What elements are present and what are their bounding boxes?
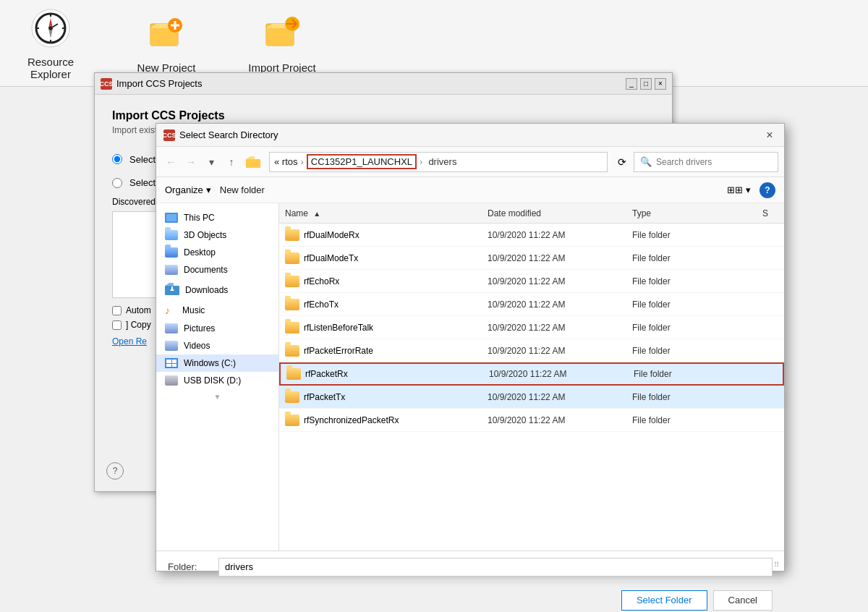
file-cell-name: rfDualModeRx	[285, 229, 488, 241]
toolbar-item-import-project[interactable]: Import Project	[246, 12, 318, 74]
file-cell-type: File folder	[632, 392, 762, 402]
search-icon: 🔍	[640, 156, 652, 167]
table-row-rfpacketrx[interactable]: rfPacketRx 10/9/2020 11:22 AM File folde…	[279, 362, 784, 386]
breadcrumb-rtos-text: « rtos	[274, 156, 298, 167]
organize-button[interactable]: Organize ▾	[165, 184, 211, 195]
folder-icon	[285, 299, 299, 310]
file-cell-name: rfEchoRx	[285, 276, 488, 287]
import-bg-titlebar: CCS Import CCS Projects _ □ ×	[95, 73, 672, 95]
cancel-button[interactable]: Cancel	[713, 590, 773, 611]
sidebar-label-windows-c: Windows (C:)	[184, 358, 236, 368]
folder-row: Folder:	[156, 551, 784, 582]
file-cell-name: rfListenBeforeTalk	[285, 322, 488, 333]
toolbar-item-new-project[interactable]: New Project	[130, 12, 203, 74]
ccs-logo-icon: CCS	[101, 78, 112, 90]
sidebar-item-usb-disk[interactable]: USB DISK (D:)	[156, 372, 278, 389]
sidebar-item-videos[interactable]: Videos	[156, 337, 278, 354]
table-row[interactable]: rfPacketErrorRate 10/9/2020 11:22 AM Fil…	[279, 339, 784, 362]
breadcrumb-launchxl-text: CC1352P1_LAUNCHXL	[311, 156, 412, 167]
dialog-close-button[interactable]: ×	[762, 128, 777, 143]
import-bg-titlebar-controls: _ □ ×	[626, 78, 666, 90]
nav-up-button[interactable]: ↑	[223, 153, 240, 171]
file-cell-date: 10/9/2020 11:22 AM	[488, 299, 632, 310]
folder-documents-icon	[165, 265, 178, 275]
svg-rect-16	[266, 28, 294, 46]
nav-refresh-button[interactable]: ⟳	[613, 153, 631, 171]
breadcrumb-rtos[interactable]: « rtos	[274, 156, 298, 167]
search-input[interactable]	[656, 157, 772, 167]
toolbar-item-resource-explorer[interactable]: Resource Explorer	[14, 7, 87, 80]
folder-3d-icon	[165, 230, 178, 240]
breadcrumb-launchxl[interactable]: CC1352P1_LAUNCHXL	[307, 154, 417, 169]
view-button[interactable]: ⊞⊞ ▾	[727, 184, 751, 195]
file-cell-date: 10/9/2020 11:22 AM	[488, 253, 632, 263]
folder-icon	[285, 391, 299, 403]
sidebar-label-this-pc: This PC	[184, 213, 215, 223]
nav-back-button[interactable]: ←	[162, 153, 179, 171]
folder-input[interactable]	[218, 558, 773, 577]
file-cell-type: File folder	[632, 346, 762, 356]
view-icon: ⊞⊞	[727, 184, 743, 195]
col-header-date[interactable]: Date modified	[488, 208, 632, 218]
sidebar-item-windows-c[interactable]: Windows (C:)	[156, 354, 278, 372]
table-row[interactable]: rfListenBeforeTalk 10/9/2020 11:22 AM Fi…	[279, 316, 784, 339]
table-row[interactable]: rfDualModeRx 10/9/2020 11:22 AM File fol…	[279, 224, 784, 247]
file-cell-name: rfEchoTx	[285, 299, 488, 310]
auto-checkbox[interactable]	[112, 306, 122, 315]
nav-forward-button[interactable]: →	[182, 153, 200, 171]
monitor-icon	[165, 213, 178, 223]
breadcrumb-drivers: drivers	[425, 156, 459, 167]
new-project-icon	[145, 12, 188, 56]
copy-label: ] Copy	[126, 320, 151, 330]
col-header-size[interactable]: S	[762, 208, 768, 218]
sidebar-item-this-pc[interactable]: This PC	[156, 209, 278, 226]
sidebar-item-desktop[interactable]: Desktop	[156, 244, 278, 261]
folder-icon	[286, 368, 301, 380]
sidebar-item-documents[interactable]: Documents	[156, 261, 278, 279]
sidebar-label-downloads: Downloads	[185, 285, 228, 295]
breadcrumb-container: « rtos › CC1352P1_LAUNCHXL › drivers	[269, 152, 608, 172]
search-box: 🔍	[634, 152, 778, 172]
nav-dropdown-button[interactable]: ▾	[203, 153, 220, 171]
file-cell-date: 10/9/2020 11:22 AM	[488, 392, 632, 402]
auto-label: Autom	[126, 305, 151, 315]
table-row[interactable]: rfEchoTx 10/9/2020 11:22 AM File folder	[279, 293, 784, 316]
file-cell-date: 10/9/2020 11:22 AM	[489, 369, 634, 379]
usb-disk-icon	[165, 375, 178, 386]
file-list-header: Name ▲ Date modified Type S	[279, 203, 784, 224]
sort-arrow-icon: ▲	[313, 210, 320, 218]
copy-checkbox[interactable]	[112, 320, 122, 330]
sidebar-item-3d-objects[interactable]: 3D Objects	[156, 226, 278, 244]
file-cell-type: File folder	[632, 253, 762, 263]
close-icon: ×	[655, 78, 666, 90]
resource-explorer-label: Resource Explorer	[27, 56, 74, 80]
organize-label: Organize	[165, 184, 203, 195]
col-header-name[interactable]: Name ▲	[285, 208, 488, 218]
col-header-type[interactable]: Type	[632, 208, 762, 218]
bg-help-button[interactable]: ?	[106, 462, 124, 480]
new-folder-button[interactable]: New folder	[220, 184, 265, 195]
sidebar-label-usb-disk: USB DISK (D:)	[184, 375, 241, 386]
table-row[interactable]: rfSynchronizedPacketRx 10/9/2020 11:22 A…	[279, 409, 784, 432]
table-row-rfpackettx[interactable]: rfPacketTx 10/9/2020 11:22 AM File folde…	[279, 386, 784, 409]
file-cell-name: rfPacketErrorRate	[285, 345, 488, 357]
select-folder-button[interactable]: Select Folder	[621, 590, 707, 611]
view-dropdown-icon: ▾	[746, 184, 751, 195]
resize-handle[interactable]: ⠿	[774, 561, 783, 569]
file-cell-date: 10/9/2020 11:22 AM	[488, 230, 632, 240]
import-bg-title-text: Import CCS Projects	[116, 78, 202, 89]
table-row[interactable]: rfEchoRx 10/9/2020 11:22 AM File folder	[279, 270, 784, 293]
open-ref-link[interactable]: Open Re	[112, 336, 147, 347]
archive-file-radio[interactable]	[112, 178, 122, 188]
sidebar-item-downloads[interactable]: Downloads	[156, 279, 278, 301]
sidebar-item-music[interactable]: ♪ Music	[156, 301, 278, 320]
folder-icon	[285, 229, 299, 241]
file-cell-type: File folder	[632, 276, 762, 286]
file-cell-name: rfPacketRx	[286, 368, 489, 380]
sidebar-item-pictures[interactable]: Pictures	[156, 320, 278, 337]
table-row[interactable]: rfDualModeTx 10/9/2020 11:22 AM File fol…	[279, 247, 784, 270]
file-cell-date: 10/9/2020 11:22 AM	[488, 276, 632, 286]
search-dir-radio[interactable]	[112, 154, 122, 164]
resource-explorer-icon	[29, 7, 72, 50]
help-button[interactable]: ?	[760, 182, 775, 198]
